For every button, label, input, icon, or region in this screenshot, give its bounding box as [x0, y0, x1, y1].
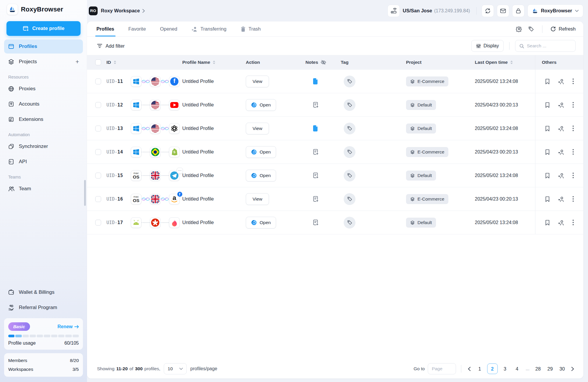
- next-page-button[interactable]: [570, 367, 576, 371]
- open-profile-button[interactable]: Open: [246, 99, 276, 111]
- add-note-button[interactable]: [313, 172, 319, 179]
- table-row[interactable]: UID-13 Untitled Profile View Default 202…: [87, 117, 583, 140]
- workspace-avatar[interactable]: RO: [89, 6, 98, 15]
- project-badge[interactable]: E-Commerce: [406, 76, 448, 86]
- proxy-status[interactable]: US/San Jose (173.249.199.84): [387, 5, 471, 17]
- page-28-button[interactable]: 28: [533, 363, 543, 374]
- tab-profiles[interactable]: Profiles: [96, 21, 114, 36]
- add-note-button[interactable]: [313, 196, 319, 202]
- row-menu-button[interactable]: [572, 149, 574, 155]
- add-note-button[interactable]: [313, 101, 319, 108]
- table-row[interactable]: UID-15 macOS⋯ Untitled Profile Open Defa…: [87, 164, 583, 187]
- column-profile-name[interactable]: Profile Name: [181, 60, 246, 65]
- tab-transferring[interactable]: Transferring: [191, 21, 226, 36]
- add-tag-button[interactable]: [344, 170, 355, 181]
- goto-page-input[interactable]: [428, 363, 456, 374]
- row-checkbox[interactable]: [95, 79, 101, 84]
- add-note-button[interactable]: [313, 149, 319, 155]
- search-input[interactable]: [527, 43, 568, 49]
- sort-icon[interactable]: [510, 60, 513, 64]
- sidebar-item-api[interactable]: API: [4, 155, 83, 169]
- workspace-name[interactable]: Roxy Workspace: [101, 8, 140, 14]
- share-profile-button[interactable]: [558, 196, 564, 202]
- row-menu-button[interactable]: [572, 172, 574, 179]
- row-checkbox[interactable]: [95, 173, 101, 179]
- sidebar-item-projects[interactable]: Projects +: [4, 55, 83, 69]
- row-menu-button[interactable]: [572, 125, 574, 131]
- row-checkbox[interactable]: [95, 126, 101, 131]
- bookmark-button[interactable]: [545, 125, 550, 131]
- note-document-icon[interactable]: [313, 125, 318, 132]
- table-row[interactable]: UID-12 Untitled Profile Open Default 202…: [87, 93, 583, 117]
- add-tag-button[interactable]: [344, 217, 355, 228]
- row-menu-button[interactable]: [572, 102, 574, 108]
- messages-button[interactable]: [497, 5, 509, 17]
- page-30-button[interactable]: 30: [557, 363, 567, 374]
- share-profile-button[interactable]: [558, 220, 564, 226]
- add-project-button[interactable]: +: [76, 58, 79, 65]
- sidebar-item-referral-program[interactable]: Referral Program: [4, 301, 83, 315]
- project-badge[interactable]: Default: [406, 218, 436, 228]
- refresh-button[interactable]: Refresh: [550, 26, 576, 32]
- share-profile-button[interactable]: [558, 102, 564, 108]
- sidebar-scrollbar[interactable]: [84, 180, 86, 206]
- sidebar-item-profiles[interactable]: Profiles: [4, 39, 83, 54]
- page-3-button[interactable]: 3: [500, 363, 510, 374]
- project-badge[interactable]: E-Commerce: [406, 194, 448, 204]
- note-document-icon[interactable]: [313, 78, 318, 85]
- view-profile-button[interactable]: View: [246, 123, 269, 134]
- display-button[interactable]: Display: [471, 40, 504, 52]
- tab-trash[interactable]: Trash: [240, 21, 261, 36]
- bookmark-button[interactable]: [545, 219, 550, 226]
- sort-icon[interactable]: [113, 60, 116, 64]
- bookmark-button[interactable]: [545, 172, 550, 179]
- sync-button[interactable]: [482, 5, 494, 17]
- lock-button[interactable]: [512, 5, 524, 17]
- sidebar-item-extensions[interactable]: Extensions: [4, 112, 83, 126]
- tags-button[interactable]: [528, 26, 534, 32]
- add-tag-button[interactable]: [344, 146, 355, 158]
- column-last-open-time[interactable]: Last Open time: [475, 60, 535, 65]
- project-badge[interactable]: Default: [406, 100, 436, 110]
- row-checkbox[interactable]: [95, 149, 101, 155]
- bookmark-button[interactable]: [545, 149, 550, 155]
- open-profile-button[interactable]: Open: [246, 146, 276, 158]
- page-1-button[interactable]: 1: [475, 363, 485, 374]
- page-size-select[interactable]: 10: [164, 363, 187, 374]
- row-menu-button[interactable]: [572, 78, 574, 84]
- sidebar-item-synchroinzer[interactable]: Synchroinzer: [4, 139, 83, 154]
- settings-button[interactable]: [516, 26, 522, 32]
- table-row[interactable]: UID-17 Untitled Profile Open Default 202…: [87, 211, 583, 234]
- row-menu-button[interactable]: [572, 196, 574, 202]
- add-filter-button[interactable]: Add filter: [97, 43, 125, 49]
- add-tag-button[interactable]: [344, 99, 355, 111]
- page-29-button[interactable]: 29: [545, 363, 555, 374]
- project-badge[interactable]: Default: [406, 171, 436, 181]
- share-profile-button[interactable]: [558, 149, 564, 155]
- account-menu-button[interactable]: RoxyBrowser: [527, 4, 583, 17]
- select-all-checkbox[interactable]: [95, 59, 101, 65]
- open-profile-button[interactable]: Open: [246, 217, 276, 228]
- share-profile-button[interactable]: [558, 79, 564, 84]
- page-4-button[interactable]: 4: [512, 363, 522, 374]
- row-menu-button[interactable]: [572, 219, 574, 226]
- row-checkbox[interactable]: [95, 196, 101, 202]
- sidebar-item-accounts[interactable]: Accounts: [4, 97, 83, 111]
- tab-opened[interactable]: Opened: [160, 21, 177, 36]
- tab-favorite[interactable]: Favorite: [128, 21, 146, 36]
- share-profile-button[interactable]: [558, 173, 564, 179]
- table-row[interactable]: UID-16 macOSaf Untitled Profile View E-C…: [87, 187, 583, 211]
- table-row[interactable]: UID-11 f Untitled Profile View E-Commerc…: [87, 70, 583, 93]
- sidebar-item-team[interactable]: Team: [4, 182, 83, 196]
- add-tag-button[interactable]: [344, 123, 355, 134]
- add-tag-button[interactable]: [344, 193, 355, 205]
- bookmark-button[interactable]: [545, 78, 550, 84]
- add-tag-button[interactable]: [344, 76, 355, 87]
- share-profile-button[interactable]: [558, 126, 564, 131]
- sort-icon[interactable]: [213, 60, 216, 64]
- column-id[interactable]: ID: [105, 60, 130, 65]
- row-checkbox[interactable]: [95, 220, 101, 226]
- bookmark-button[interactable]: [545, 102, 550, 108]
- view-profile-button[interactable]: View: [246, 76, 269, 87]
- project-badge[interactable]: Default: [406, 124, 436, 134]
